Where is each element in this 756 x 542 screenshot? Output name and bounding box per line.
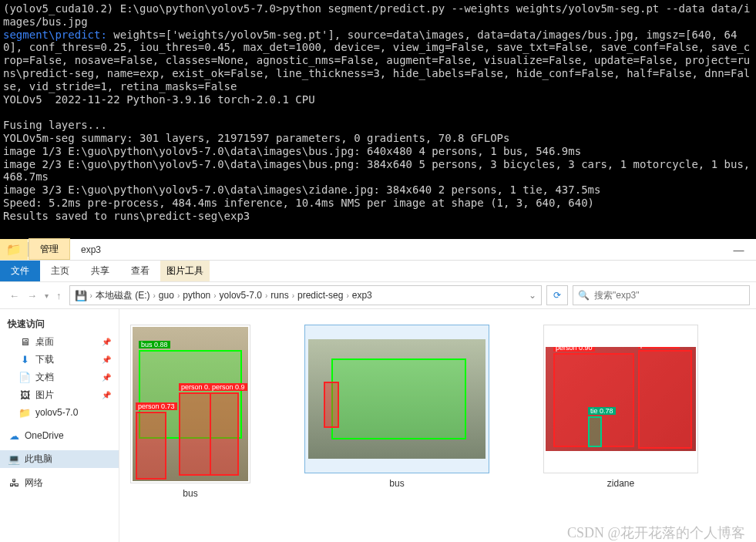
titlebar: 📁 管理 exp3 —	[0, 239, 756, 261]
nav-bar: ← → ▾ ↑ 💾 › 本地磁盘 (E:)› guo› python› yolo…	[0, 282, 756, 309]
pin-icon: 📌	[102, 373, 111, 382]
folder-icon[interactable]: 📁	[0, 239, 28, 260]
crumb-python[interactable]: python›	[183, 290, 216, 301]
crumb-guo[interactable]: guo›	[159, 290, 180, 301]
file-zidane[interactable]: person 0.90 person 0.89 tie 0.78 zidane	[543, 325, 698, 489]
drive-icon: 💾	[75, 289, 87, 301]
breadcrumb-dropdown-icon[interactable]: ⌄	[529, 290, 536, 301]
search-icon: 🔍	[578, 290, 590, 301]
pin-icon: 📌	[102, 338, 111, 346]
file-explorer: 📁 管理 exp3 — 文件 主页 共享 查看 图片工具 ← → ▾ ↑ 💾 ›…	[0, 239, 756, 542]
tab-picture-tools[interactable]: 图片工具	[160, 261, 210, 281]
speed-summary: Speed: 5.2ms pre-process, 484.4ms infere…	[3, 197, 594, 209]
crumb-exp3[interactable]: exp3	[352, 290, 372, 301]
crumb-drive[interactable]: 本地磁盘 (E:)›	[96, 289, 156, 302]
sidebar-item-onedrive[interactable]: ☁OneDrive	[0, 427, 119, 444]
terminal[interactable]: (yolov5_cuda10.2) E:\guo\python\yolov5-7…	[0, 0, 756, 239]
refresh-button[interactable]: ⟳	[546, 285, 568, 305]
network-icon: 🖧	[8, 477, 20, 490]
folder-icon: 📁	[18, 406, 31, 419]
crumb-yolov5[interactable]: yolov5-7.0›	[220, 290, 268, 301]
yolov5-version: YOLOv5 2022-11-22 Python-3.9.16 torch-2.…	[3, 93, 315, 106]
up-button[interactable]: ↑	[56, 290, 62, 301]
document-icon: 📄	[18, 372, 31, 384]
ribbon-tabs: 文件 主页 共享 查看 图片工具	[0, 261, 756, 282]
manage-tab[interactable]: 管理	[29, 238, 70, 260]
pc-icon: 💻	[8, 453, 20, 466]
pin-icon: 📌	[102, 391, 111, 399]
tab-file[interactable]: 文件	[0, 261, 40, 281]
sidebar-item-downloads[interactable]: ⬇下载📌	[0, 351, 119, 369]
model-summary: YOLOv5m-seg summary: 301 layers, 2197159…	[3, 132, 509, 144]
sidebar-item-pictures[interactable]: 🖼图片📌	[0, 386, 119, 404]
file-label: zidane	[607, 478, 634, 489]
sidebar-item-desktop[interactable]: 🖥桌面📌	[0, 333, 119, 351]
image-3-result: image 3/3 E:\guo\python\yolov5-7.0\data\…	[3, 183, 600, 196]
watermark: CSDN @花开花落的个人博客	[567, 523, 745, 542]
crumb-predict-seg[interactable]: predict-seg›	[297, 290, 349, 301]
pin-icon: 📌	[102, 355, 111, 364]
file-label: bus	[389, 478, 404, 489]
results-saved: Results saved to runs\predict-seg\exp3	[3, 210, 250, 222]
onedrive-icon: ☁	[8, 429, 20, 442]
window-title: exp3	[70, 239, 112, 260]
file-bus-png[interactable]: bus	[304, 325, 489, 489]
forward-button[interactable]: →	[27, 290, 37, 301]
segment-args: weights=['weights/yolov5m-seg.pt'], sour…	[3, 29, 750, 93]
recent-button[interactable]: ▾	[45, 291, 49, 300]
tab-share[interactable]: 共享	[80, 261, 120, 281]
tab-home[interactable]: 主页	[40, 261, 80, 281]
sidebar-item-thispc[interactable]: 💻此电脑	[0, 450, 119, 468]
search-input[interactable]	[594, 290, 744, 301]
sidebar-item-yolov5[interactable]: 📁yolov5-7.0	[0, 404, 119, 421]
breadcrumb[interactable]: 💾 › 本地磁盘 (E:)› guo› python› yolov5-7.0› …	[69, 285, 543, 305]
tab-view[interactable]: 查看	[120, 261, 160, 281]
segment-predict-label: segment\predict:	[3, 29, 107, 41]
search-box[interactable]: 🔍	[573, 285, 750, 305]
crumb-runs[interactable]: runs›	[270, 290, 294, 301]
sidebar-item-documents[interactable]: 📄文档📌	[0, 369, 119, 386]
file-bus-jpg[interactable]: bus 0.88 person 0.92 person 0.9 person 0…	[130, 325, 250, 499]
prompt: (yolov5_cuda10.2) E:\guo\python\yolov5-7…	[3, 2, 750, 28]
file-label: bus	[183, 488, 197, 499]
fusing-layers: Fusing layers...	[3, 119, 107, 131]
minimize-button[interactable]: —	[721, 239, 756, 260]
image-1-result: image 1/3 E:\guo\python\yolov5-7.0\data\…	[3, 145, 581, 157]
download-icon: ⬇	[18, 354, 31, 366]
back-button[interactable]: ←	[9, 290, 19, 301]
picture-icon: 🖼	[18, 389, 31, 402]
desktop-icon: 🖥	[18, 336, 31, 348]
file-view[interactable]: bus 0.88 person 0.92 person 0.9 person 0…	[119, 309, 756, 542]
quick-access-header[interactable]: 快速访问	[0, 315, 119, 333]
image-2-result: image 2/3 E:\guo\python\yolov5-7.0\data\…	[3, 158, 756, 183]
sidebar: 快速访问 🖥桌面📌 ⬇下载📌 📄文档📌 🖼图片📌 📁yolov5-7.0 ☁On…	[0, 309, 119, 542]
sidebar-item-network[interactable]: 🖧网络	[0, 474, 119, 492]
